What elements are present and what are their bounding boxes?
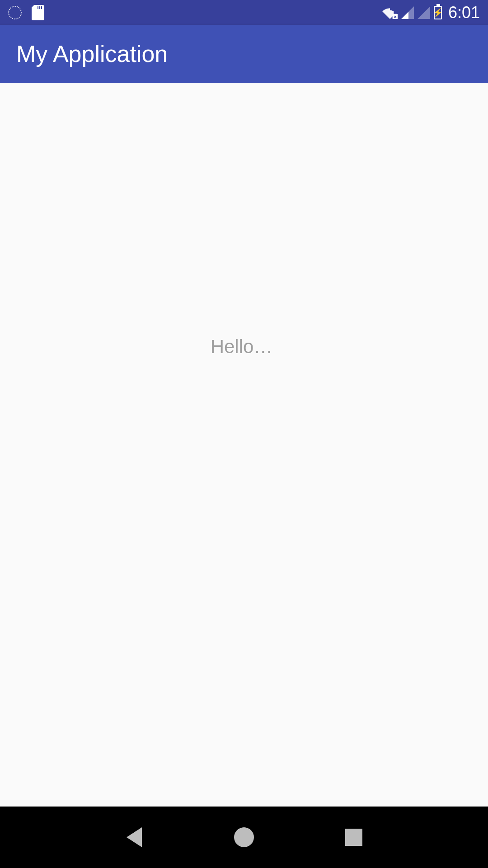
loading-spinner-icon: [8, 6, 22, 19]
cellular-signal-empty-icon: [418, 6, 430, 19]
status-bar: × ⚡ 6:01: [0, 0, 488, 25]
svg-text:×: ×: [394, 14, 397, 19]
cellular-signal-partial-icon: [401, 6, 414, 19]
recents-square-icon: [345, 829, 362, 846]
back-button[interactable]: [122, 826, 146, 849]
wifi-no-internet-icon: ×: [382, 6, 398, 19]
home-circle-icon: [234, 827, 254, 847]
app-bar: My Application: [0, 25, 488, 83]
hello-label: Hello…: [211, 336, 273, 358]
status-left-group: [8, 5, 44, 20]
back-triangle-icon: [127, 827, 142, 847]
recents-button[interactable]: [342, 826, 366, 849]
app-title: My Application: [16, 40, 168, 67]
status-clock: 6:01: [448, 3, 480, 22]
battery-charging-icon: ⚡: [434, 6, 442, 19]
main-content: Hello…: [0, 83, 488, 807]
home-button[interactable]: [232, 826, 256, 849]
navigation-bar: [0, 807, 488, 868]
sd-card-icon: [32, 5, 44, 20]
status-right-group: × ⚡ 6:01: [382, 3, 480, 22]
